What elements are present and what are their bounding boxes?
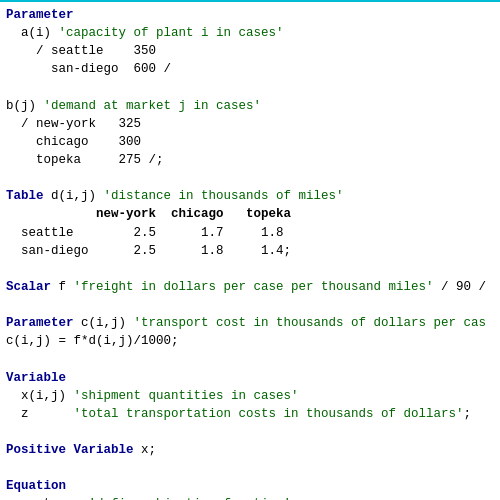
code-line: topeka 275 /; [6, 151, 494, 169]
plain-token: / 90 / [434, 280, 487, 294]
code-line: san-diego 2.5 1.8 1.4; [6, 242, 494, 260]
code-line: Table d(i,j) 'distance in thousands of m… [6, 187, 494, 205]
plain-token: f [51, 280, 74, 294]
keyword-token: Positive Variable [6, 443, 134, 457]
string-token: 'total transportation costs in thousands… [74, 407, 464, 421]
keyword-token: Equation [6, 479, 66, 493]
string-token: 'freight in dollars per case per thousan… [74, 280, 434, 294]
string-token: 'demand at market j in cases' [44, 99, 262, 113]
code-line: / new-york 325 [6, 115, 494, 133]
code-line: Scalar f 'freight in dollars per case pe… [6, 278, 494, 296]
code-line: x(i,j) 'shipment quantities in cases' [6, 387, 494, 405]
code-line: a(i) 'capacity of plant i in cases' [6, 24, 494, 42]
code-line [6, 350, 494, 368]
plain-token: san-diego 2.5 1.8 1.4; [6, 244, 291, 258]
string-token: 'shipment quantities in cases' [74, 389, 299, 403]
string-token: 'capacity of plant i in cases' [59, 26, 284, 40]
code-editor: Parameter a(i) 'capacity of plant i in c… [0, 0, 500, 500]
code-line: seattle 2.5 1.7 1.8 [6, 224, 494, 242]
code-line: san-diego 600 / [6, 60, 494, 78]
plain-token: d(i,j) [44, 189, 104, 203]
plain-token: b(j) [6, 99, 44, 113]
code-line: z 'total transportation costs in thousan… [6, 405, 494, 423]
plain-token: z [6, 407, 74, 421]
code-line [6, 79, 494, 97]
code-line [6, 260, 494, 278]
code-line: new-york chicago topeka [6, 205, 494, 223]
code-line: chicago 300 [6, 133, 494, 151]
plain-token: / seattle 350 [6, 44, 156, 58]
code-content: Parameter a(i) 'capacity of plant i in c… [6, 6, 494, 500]
plain-token: c(i,j) = f*d(i,j)/1000; [6, 334, 179, 348]
plain-token: topeka 275 /; [6, 153, 164, 167]
code-line [6, 459, 494, 477]
plain-token: ; [464, 407, 472, 421]
keyword-token: Parameter [6, 316, 74, 330]
code-line: Parameter [6, 6, 494, 24]
plain-token: / new-york 325 [6, 117, 141, 131]
string-token: 'distance in thousands of miles' [104, 189, 344, 203]
keyword-token: Table [6, 189, 44, 203]
plain-token: san-diego 600 / [6, 62, 171, 76]
string-token: 'transport cost in thousands of dollars … [134, 316, 487, 330]
code-line: Variable [6, 369, 494, 387]
plain-token: seattle 2.5 1.7 1.8 [6, 226, 284, 240]
code-line: / seattle 350 [6, 42, 494, 60]
plain-token: a(i) [6, 26, 59, 40]
code-line [6, 169, 494, 187]
code-line: Positive Variable x; [6, 441, 494, 459]
code-line: b(j) 'demand at market j in cases' [6, 97, 494, 115]
plain-token: x; [134, 443, 157, 457]
plain-token: x(i,j) [6, 389, 74, 403]
keyword-token: Variable [6, 371, 66, 385]
code-line: Parameter c(i,j) 'transport cost in thou… [6, 314, 494, 332]
plain-token: c(i,j) [74, 316, 134, 330]
plain-token: chicago 300 [6, 135, 141, 149]
code-line [6, 423, 494, 441]
code-line: Equation [6, 477, 494, 495]
code-line: c(i,j) = f*d(i,j)/1000; [6, 332, 494, 350]
keyword-token: Parameter [6, 8, 74, 22]
code-line: cost 'define objective function' [6, 495, 494, 500]
code-line [6, 296, 494, 314]
keyword-token: Scalar [6, 280, 51, 294]
header-token: new-york chicago topeka [6, 207, 291, 221]
